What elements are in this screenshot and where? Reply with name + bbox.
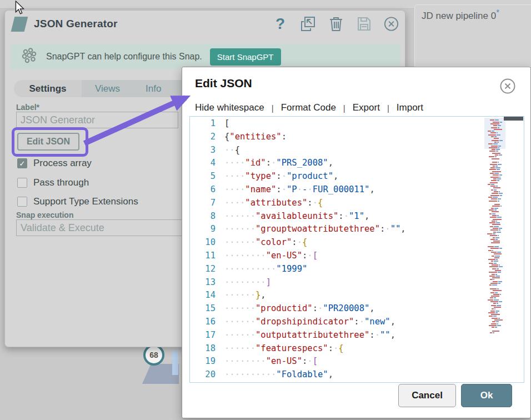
code-line[interactable]: 1[: [190, 117, 524, 131]
minimap-line: [487, 303, 503, 304]
checkbox-support-type-extensions[interactable]: ✓ Support Type Extensions: [17, 196, 138, 208]
export-link[interactable]: Export: [353, 102, 380, 113]
minimap-line: [487, 297, 503, 298]
code-line[interactable]: 5····"type":·"product",: [190, 170, 524, 183]
minimap-line: [487, 232, 503, 233]
code-line[interactable]: 14······},: [190, 289, 524, 302]
line-number: 8: [190, 210, 216, 223]
hide-whitespace-link[interactable]: Hide whitespace: [195, 102, 264, 113]
cancel-button[interactable]: Cancel: [398, 384, 456, 407]
code-line[interactable]: 18······"featurespecs":·{: [190, 342, 524, 356]
pipeline-tab-label: JD new pipeline 0: [422, 11, 496, 21]
minimap-line: [487, 132, 503, 133]
code-line[interactable]: 20··········"Foldable",: [190, 368, 524, 382]
line-number: 3: [190, 144, 216, 157]
pipeline-tab[interactable]: JD new pipeline 0*: [414, 4, 531, 67]
document-count-badge[interactable]: 68: [143, 344, 164, 366]
code-line[interactable]: 10······"color":·{: [190, 236, 524, 249]
code-line[interactable]: 15······"productid":·"PR20008",: [190, 302, 524, 316]
minimap-line: [487, 149, 503, 150]
delete-icon[interactable]: [328, 16, 344, 32]
minimap-line: [487, 239, 503, 240]
minimap-line: [487, 166, 503, 167]
modal-close-icon[interactable]: [499, 78, 516, 94]
checkbox-pass-through[interactable]: ✓ Pass through: [17, 177, 89, 189]
code-line[interactable]: 17······"outputattributethree":·"",: [190, 329, 524, 342]
open-in-new-icon[interactable]: [300, 16, 316, 32]
minimap-line: [487, 123, 503, 124]
minimap-line: [487, 154, 503, 156]
minimap-line: [487, 151, 503, 152]
minimap-line: [487, 195, 503, 196]
checkbox-process-array[interactable]: ✓ Process array: [17, 157, 92, 169]
start-snapgpt-button[interactable]: Start SnapGPT: [210, 48, 281, 66]
code-area[interactable]: 1[2{"entities":3··{4····"id":·"PRS_2008"…: [190, 117, 524, 382]
minimap-line: [487, 221, 503, 222]
snap-logo-icon: [11, 17, 28, 32]
editor-minimap[interactable]: [487, 118, 503, 362]
line-number: 12: [190, 263, 216, 276]
minimap-line: [487, 174, 503, 176]
import-link[interactable]: Import: [397, 102, 423, 113]
label-input[interactable]: JSON Generator: [16, 112, 178, 128]
checkbox-icon: ✓: [17, 158, 27, 168]
minimap-line: [487, 279, 503, 280]
pipeline-dirty-marker: *: [496, 7, 499, 17]
minimap-line: [487, 222, 503, 223]
minimap-line: [487, 228, 503, 229]
line-number: 20: [190, 368, 216, 382]
scrollbar-thumb[interactable]: [504, 117, 523, 121]
code-line[interactable]: 16······"dropshipindicator":·"new",: [190, 316, 524, 329]
tab-views[interactable]: Views: [95, 83, 120, 94]
code-line[interactable]: 3··{: [190, 144, 524, 157]
code-line[interactable]: 13········]: [190, 276, 524, 289]
minimap-line: [487, 292, 503, 293]
code-line[interactable]: 8······"availableunits":·"1",: [190, 210, 524, 223]
minimap-line: [487, 332, 503, 333]
code-line[interactable]: 19········"en-US":·[: [190, 355, 524, 368]
code-line[interactable]: 11········"en-US":·[: [190, 249, 524, 263]
format-code-link[interactable]: Format Code: [281, 102, 336, 113]
minimap-line: [487, 171, 503, 172]
minimap-line: [487, 307, 503, 308]
code-line[interactable]: 2{"entities":: [190, 131, 524, 144]
close-icon[interactable]: [383, 16, 399, 32]
code-line[interactable]: 9······"grouptwoattributethree":·"",: [190, 223, 524, 236]
minimap-line: [487, 122, 503, 123]
minimap-line: [487, 215, 503, 216]
tab-info[interactable]: Info: [146, 83, 161, 94]
code-line[interactable]: 4····"id":·"PRS_2008",: [190, 157, 524, 170]
edit-json-modal: Edit JSON Hide whitespace| Format Code| …: [182, 67, 531, 418]
minimap-line: [487, 213, 503, 214]
minimap-line: [487, 281, 503, 282]
minimap-line: [487, 316, 503, 317]
minimap-line: [487, 305, 503, 306]
code-line[interactable]: 6····"name":·"P·-·FUR_000011",: [190, 183, 524, 197]
minimap-line: [487, 325, 503, 326]
minimap-line: [487, 140, 503, 141]
code-line[interactable]: 12··········"1999": [190, 263, 524, 276]
line-number: 5: [190, 170, 216, 183]
minimap-line: [487, 311, 503, 312]
tab-settings[interactable]: Settings: [14, 80, 82, 97]
editor-toolbar: Hide whitespace| Format Code| Export| Im…: [195, 102, 423, 113]
minimap-line: [487, 206, 503, 207]
minimap-line: [487, 125, 503, 126]
minimap-line: [487, 147, 503, 148]
code-line[interactable]: 7····"attributes":·{: [190, 197, 524, 210]
minimap-line: [487, 198, 503, 199]
line-number: 9: [190, 223, 216, 236]
minimap-line: [487, 156, 503, 157]
json-code-editor[interactable]: 1[2{"entities":3··{4····"id":·"PRS_2008"…: [189, 116, 524, 383]
snap-execution-select[interactable]: Validate & Execute: [16, 219, 183, 236]
help-icon[interactable]: ?: [272, 16, 288, 32]
minimap-line: [487, 177, 503, 178]
minimap-line: [487, 134, 503, 136]
save-icon[interactable]: [355, 16, 372, 32]
modal-title: Edit JSON: [195, 77, 252, 90]
minimap-line: [487, 256, 503, 257]
minimap-line: [487, 242, 503, 243]
ok-button[interactable]: Ok: [461, 384, 512, 407]
snapgpt-banner: SnapGPT can help configure this Snap. St…: [11, 44, 400, 69]
line-number: 17: [190, 329, 216, 342]
